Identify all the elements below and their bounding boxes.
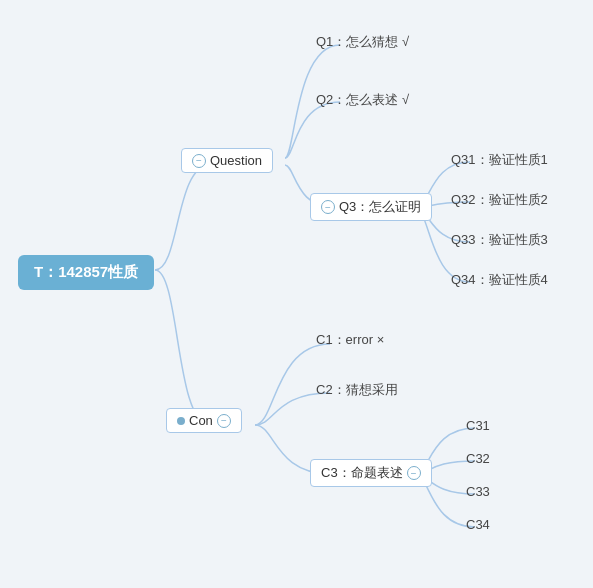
con-dot (177, 417, 185, 425)
c3-collapse-btn[interactable]: − (407, 466, 421, 480)
c1-label: C1：error × (316, 331, 384, 349)
q33-node: Q33：验证性质3 (445, 228, 554, 252)
question-label: Question (210, 153, 262, 168)
c33-node: C33 (460, 481, 496, 502)
q34-label: Q34：验证性质4 (451, 271, 548, 289)
q3-collapse-btn[interactable]: − (321, 200, 335, 214)
q34-node: Q34：验证性质4 (445, 268, 554, 292)
c31-node: C31 (460, 415, 496, 436)
q2-node: Q2：怎么表述 √ (310, 88, 415, 112)
q31-node: Q31：验证性质1 (445, 148, 554, 172)
c34-node: C34 (460, 514, 496, 535)
q1-node: Q1：怎么猜想 √ (310, 30, 415, 54)
q31-label: Q31：验证性质1 (451, 151, 548, 169)
q3-node[interactable]: − Q3：怎么证明 (310, 193, 432, 221)
q32-label: Q32：验证性质2 (451, 191, 548, 209)
q33-label: Q33：验证性质3 (451, 231, 548, 249)
q3-label: Q3：怎么证明 (339, 198, 421, 216)
question-collapse-btn[interactable]: − (192, 154, 206, 168)
c33-label: C33 (466, 484, 490, 499)
c1-node: C1：error × (310, 328, 390, 352)
c32-label: C32 (466, 451, 490, 466)
root-label: T：142857性质 (34, 263, 138, 282)
c31-label: C31 (466, 418, 490, 433)
q2-label: Q2：怎么表述 √ (316, 91, 409, 109)
c2-node: C2：猜想采用 (310, 378, 404, 402)
q1-label: Q1：怎么猜想 √ (316, 33, 409, 51)
q32-node: Q32：验证性质2 (445, 188, 554, 212)
con-collapse-btn[interactable]: − (217, 414, 231, 428)
question-node[interactable]: − Question (181, 148, 273, 173)
root-node: T：142857性质 (18, 255, 154, 290)
con-label: Con (189, 413, 213, 428)
c34-label: C34 (466, 517, 490, 532)
c32-node: C32 (460, 448, 496, 469)
c3-label: C3：命题表述 (321, 464, 403, 482)
c2-label: C2：猜想采用 (316, 381, 398, 399)
c3-node[interactable]: C3：命题表述 − (310, 459, 432, 487)
con-node[interactable]: Con − (166, 408, 242, 433)
svg-rect-0 (0, 0, 593, 588)
